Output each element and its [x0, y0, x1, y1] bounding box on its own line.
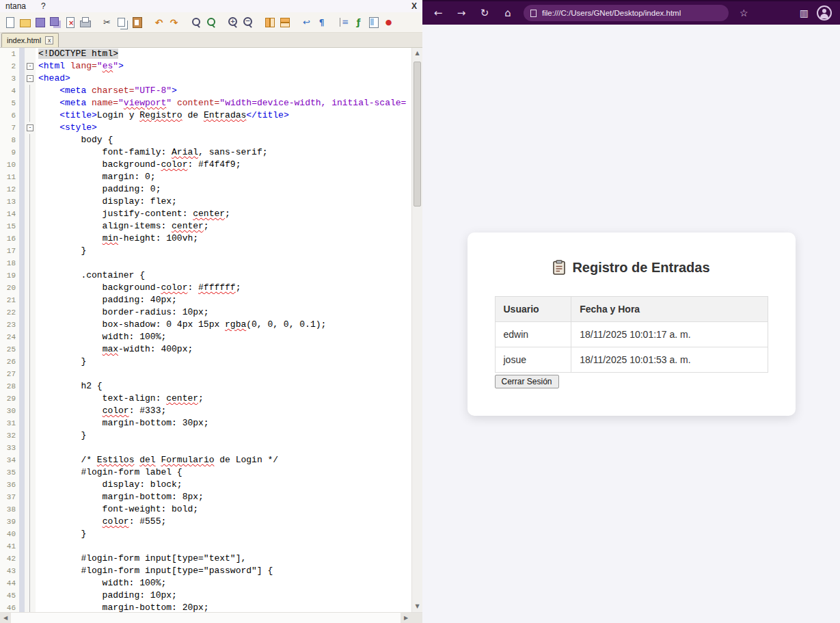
code-line[interactable]: 35 #login-form label { — [0, 466, 411, 479]
code-line[interactable]: 22 border-radius: 10px; — [0, 306, 411, 319]
print-icon[interactable] — [79, 16, 92, 29]
code-line[interactable]: 34 /* Estilos del Formulario de Login */ — [0, 454, 411, 466]
code-line[interactable]: 32 } — [0, 429, 411, 442]
code-line[interactable]: 8 body { — [0, 134, 411, 146]
scroll-right-arrow-icon[interactable]: ▶ — [401, 613, 411, 623]
address-url[interactable]: file:///C:/Users/GNet/Desktop/index.html — [542, 9, 681, 17]
redo-icon[interactable] — [167, 16, 180, 29]
close-window-button[interactable]: X — [411, 1, 417, 11]
code-line[interactable]: 38 font-weight: bold; — [0, 503, 411, 516]
close-icon[interactable] — [64, 16, 77, 29]
code-line[interactable]: 9 font-family: Arial, sans-serif; — [0, 146, 411, 159]
document-map-icon[interactable] — [367, 16, 380, 29]
code-line[interactable]: 11 margin: 0; — [0, 171, 411, 183]
find-icon[interactable] — [189, 16, 202, 29]
paste-icon[interactable] — [131, 16, 144, 29]
show-all-characters-icon[interactable] — [315, 16, 328, 29]
code-line[interactable]: 30 color: #333; — [0, 405, 411, 417]
favorites-star-icon[interactable]: ☆ — [740, 8, 748, 18]
tab-index-html[interactable]: index.html x — [1, 33, 59, 47]
code-line[interactable]: 19 .container { — [0, 269, 411, 282]
code-line[interactable]: 24 width: 100%; — [0, 331, 411, 343]
code-line[interactable]: 42 #login-form input[type="text"], — [0, 553, 411, 565]
menu-item-ventana[interactable]: ntana — [5, 1, 26, 11]
horizontal-scrollbar[interactable]: ◀ ▶ — [0, 612, 422, 623]
logout-button[interactable]: Cerrar Sesión — [495, 375, 559, 388]
code-line[interactable]: 28 h2 { — [0, 380, 411, 393]
fold-margin[interactable]: - — [25, 60, 36, 72]
code-line[interactable]: 37 margin-bottom: 8px; — [0, 491, 411, 503]
code-line[interactable]: 23 box-shadow: 0 4px 15px rgba(0, 0, 0, … — [0, 319, 411, 331]
code-line[interactable]: 20 background-color: #ffffff; — [0, 282, 411, 294]
code-line[interactable]: 12 padding: 0; — [0, 183, 411, 196]
code-line[interactable]: 16 min-height: 100vh; — [0, 233, 411, 245]
code-line[interactable]: 25 max-width: 400px; — [0, 343, 411, 356]
copy-icon[interactable] — [116, 16, 128, 29]
open-icon[interactable] — [18, 16, 31, 29]
save-icon[interactable] — [33, 16, 46, 29]
code-line[interactable]: 3-<head> — [0, 72, 411, 85]
function-list-icon[interactable] — [352, 16, 365, 29]
sync-horizontal-icon[interactable] — [278, 16, 291, 29]
code-line[interactable]: 14 justify-content: center; — [0, 208, 411, 220]
word-wrap-icon[interactable] — [300, 16, 313, 29]
code-line[interactable]: 7- <style> — [0, 122, 411, 134]
new-file-icon[interactable] — [3, 16, 16, 29]
code-line[interactable]: 27 — [0, 368, 411, 380]
vertical-scroll-thumb[interactable] — [414, 62, 421, 207]
code-area[interactable]: 1<!DOCTYPE html>2-<html lang="es">3-<hea… — [0, 48, 411, 612]
code-line[interactable]: 4 <meta charset="UTF-8"> — [0, 85, 411, 97]
zoom-in-icon[interactable] — [226, 16, 239, 29]
sync-vertical-icon[interactable] — [263, 16, 276, 29]
code-line[interactable]: 31 margin-bottom: 30px; — [0, 417, 411, 429]
refresh-icon[interactable]: ↻ — [477, 7, 492, 19]
address-bar[interactable]: file:///C:/Users/GNet/Desktop/index.html — [524, 5, 729, 21]
horizontal-scroll-track[interactable] — [11, 613, 401, 623]
indent-guide-icon[interactable] — [337, 16, 350, 29]
scroll-left-arrow-icon[interactable]: ◀ — [0, 613, 11, 623]
forward-icon[interactable]: → — [454, 7, 469, 19]
fold-margin[interactable]: - — [25, 72, 36, 85]
tab-close-icon[interactable]: x — [45, 36, 53, 44]
code-line[interactable]: 2-<html lang="es"> — [0, 60, 411, 72]
home-icon[interactable]: ⌂ — [500, 7, 515, 19]
scroll-down-arrow-icon[interactable]: ▼ — [412, 601, 422, 612]
code-line[interactable]: 29 text-align: center; — [0, 393, 411, 405]
code-line[interactable]: 39 color: #555; — [0, 516, 411, 528]
back-icon[interactable]: ← — [431, 7, 446, 19]
start-recording-icon[interactable] — [382, 16, 395, 29]
code-line[interactable]: 21 padding: 40px; — [0, 294, 411, 306]
fold-collapse-icon[interactable]: - — [27, 124, 33, 131]
code-line[interactable]: 1<!DOCTYPE html> — [0, 48, 411, 60]
code-line[interactable]: 46 margin-bottom: 20px; — [0, 602, 411, 612]
replace-icon[interactable] — [204, 16, 217, 29]
vertical-scrollbar[interactable]: ▲ ▼ — [411, 48, 422, 612]
undo-icon[interactable] — [152, 16, 165, 29]
save-all-icon[interactable] — [49, 16, 62, 29]
zoom-out-icon[interactable] — [241, 16, 254, 29]
editor[interactable]: 1<!DOCTYPE html>2-<html lang="es">3-<hea… — [0, 48, 422, 612]
code-line[interactable]: 45 padding: 10px; — [0, 589, 411, 602]
scroll-up-arrow-icon[interactable]: ▲ — [412, 48, 422, 59]
menu-item-help[interactable]: ? — [41, 1, 46, 11]
fold-collapse-icon[interactable]: - — [27, 75, 33, 82]
code-line[interactable]: 5 <meta name="viewport" content="width=d… — [0, 97, 411, 109]
code-line[interactable]: 15 align-items: center; — [0, 220, 411, 233]
code-line[interactable]: 43 #login-form input[type="password"] { — [0, 565, 411, 577]
code-line[interactable]: 41 — [0, 540, 411, 553]
code-line[interactable]: 6 <title>Login y Registro de Entradas</t… — [0, 109, 411, 122]
code-line[interactable]: 40 } — [0, 528, 411, 540]
code-line[interactable]: 26 } — [0, 356, 411, 368]
code-line[interactable]: 36 display: block; — [0, 479, 411, 491]
fold-margin[interactable]: - — [25, 122, 36, 134]
side-panels-icon[interactable]: ▥ — [800, 8, 809, 18]
fold-collapse-icon[interactable]: - — [27, 63, 33, 70]
code-line[interactable]: 13 display: flex; — [0, 196, 411, 208]
code-line[interactable]: 33 — [0, 442, 411, 454]
profile-avatar-icon[interactable] — [817, 5, 832, 21]
cut-icon[interactable] — [100, 16, 113, 29]
code-line[interactable]: 18 — [0, 257, 411, 269]
code-line[interactable]: 44 width: 100%; — [0, 577, 411, 589]
code-line[interactable]: 17 } — [0, 245, 411, 257]
code-line[interactable]: 10 background-color: #f4f4f9; — [0, 159, 411, 171]
